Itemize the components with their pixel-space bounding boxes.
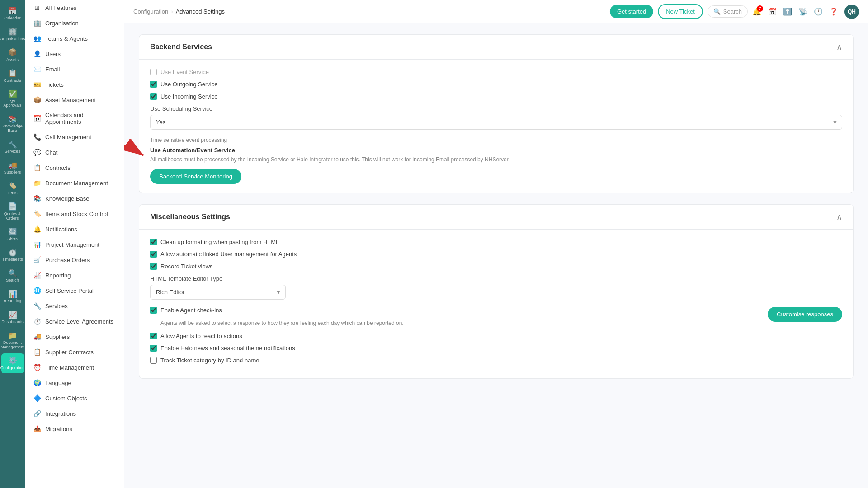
misc-settings-title: Miscellaneous Settings (150, 213, 230, 221)
nav-purchase-orders[interactable]: 🛒 Purchase Orders (25, 252, 124, 267)
nav-tickets[interactable]: 🎫 Tickets (25, 77, 124, 92)
track-category-checkbox[interactable] (150, 357, 157, 364)
sidebar-icon-knowledge[interactable]: 📚 Knowledge Base (1, 112, 24, 136)
reporting-nav-icon: 📈 (33, 272, 41, 279)
nav-label-self-service: Self Service Portal (45, 287, 94, 294)
scheduling-service-label: Use Scheduling Service (150, 105, 842, 112)
sidebar-icon-items[interactable]: 🏷️ Items (1, 178, 24, 198)
calendar-header-icon[interactable]: 📅 (768, 7, 777, 16)
misc-settings-toggle[interactable]: ∧ (836, 212, 842, 222)
sidebar-icon-label-shifts: Shifts (7, 237, 18, 242)
enable-checkins-checkbox[interactable] (150, 307, 157, 314)
sidebar-icon-services[interactable]: 🔧 Services (1, 137, 24, 157)
nav-document-management[interactable]: 📁 Document Management (25, 175, 124, 191)
nav-label-doc-mgmt: Document Management (45, 180, 108, 187)
nav-teams-agents[interactable]: 👥 Teams & Agents (25, 31, 124, 46)
search-box[interactable]: 🔍 Search (708, 5, 748, 18)
nav-users[interactable]: 👤 Users (25, 46, 124, 61)
sidebar-icon-quotes[interactable]: 📄 Quotes & Orders (1, 199, 24, 224)
nav-label-organisation: Organisation (45, 20, 79, 27)
sidebar-icon-timesheets[interactable]: ⏱️ Timesheets (1, 245, 24, 265)
sidebar-icon-search[interactable]: 🔍 Search (1, 266, 24, 286)
sidebar-icon-docmgmt[interactable]: 📁 Document Management (1, 328, 24, 352)
rss-icon[interactable]: 📡 (798, 7, 807, 16)
dashboards-icon: 📈 (8, 310, 17, 319)
breadcrumb-current: Advanced Settings (176, 8, 225, 15)
nav-email[interactable]: ✉️ Email (25, 61, 124, 77)
configuration-icon: ⚙️ (8, 356, 17, 365)
help-icon[interactable]: ❓ (829, 7, 838, 16)
nav-project-management[interactable]: 📊 Project Management (25, 237, 124, 252)
sidebar-icon-label-calendar: Calendar (4, 16, 21, 21)
new-ticket-button[interactable]: New Ticket (658, 4, 703, 19)
nav-suppliers[interactable]: 🚚 Suppliers (25, 329, 124, 344)
enable-news-checkbox[interactable] (150, 345, 157, 352)
nav-supplier-contracts[interactable]: 📋 Supplier Contracts (25, 344, 124, 360)
checkins-desc: Agents will be asked to select a respons… (160, 319, 768, 327)
content-area: Backend Services ∧ Use Event Service Use… (124, 23, 868, 488)
sidebar-icon-contracts[interactable]: 📋 Contracts (1, 66, 24, 86)
nav-reporting[interactable]: 📈 Reporting (25, 267, 124, 283)
nav-custom-objects[interactable]: 🔷 Custom Objects (25, 390, 124, 406)
allow-react-checkbox[interactable] (150, 333, 157, 339)
nav-call-management[interactable]: 📞 Call Management (25, 129, 124, 145)
sidebar-icon-configuration[interactable]: ⚙️ Configuration (1, 353, 24, 373)
nav-label-items: Items and Stock Control (45, 211, 108, 217)
nav-label-language: Language (45, 380, 71, 386)
customise-responses-button[interactable]: Customise responses (768, 307, 842, 322)
nav-label-kb: Knowledge Base (45, 195, 90, 202)
backend-services-toggle[interactable]: ∧ (836, 42, 842, 52)
header-icons: 🔔 7 📅 ⬆️ 📡 🕐 ❓ QH (752, 5, 859, 19)
clean-formatting-row: Clean up formatting when pasting from HT… (150, 239, 842, 245)
nav-all-features[interactable]: ⊞ All Features (25, 0, 124, 15)
clean-formatting-checkbox[interactable] (150, 239, 157, 245)
use-incoming-service-checkbox[interactable] (150, 93, 157, 100)
checkins-row-container: Enable Agent check-ins Agents will be as… (150, 307, 842, 333)
sidebar-icon-organisations[interactable]: 🏢 Organisations (1, 24, 24, 44)
automation-desc: All mailboxes must be processed by the I… (150, 155, 842, 164)
nav-calendars[interactable]: 📅 Calendars and Appointments (25, 108, 124, 129)
nav-services[interactable]: 🔧 Services (25, 298, 124, 314)
scheduling-select[interactable]: Yes No (150, 115, 842, 130)
sidebar-icon-calendar[interactable]: 📅 Calendar (1, 4, 24, 23)
nav-self-service[interactable]: 🌐 Self Service Portal (25, 283, 124, 298)
nav-chat[interactable]: 💬 Chat (25, 145, 124, 160)
sidebar-icon-suppliers[interactable]: 🚚 Suppliers (1, 158, 24, 178)
use-outgoing-service-checkbox[interactable] (150, 81, 157, 88)
sidebar-icon-shifts[interactable]: 🔄 Shifts (1, 225, 24, 244)
record-views-checkbox[interactable] (150, 263, 157, 270)
proj-mgmt-icon: 📊 (33, 241, 41, 248)
upload-icon[interactable]: ⬆️ (783, 7, 792, 16)
notification-badge: 7 (757, 5, 763, 12)
misc-settings-header: Miscellaneous Settings ∧ (139, 205, 853, 230)
auto-linked-checkbox[interactable] (150, 251, 157, 258)
sidebar-icon-dashboards[interactable]: 📈 Dashboards (1, 307, 24, 327)
nav-items-stock[interactable]: 🏷️ Items and Stock Control (25, 206, 124, 221)
self-service-icon: 🌐 (33, 287, 41, 294)
avatar[interactable]: QH (844, 5, 859, 19)
nav-migrations[interactable]: 📤 Migrations (25, 421, 124, 436)
header-actions: Get started New Ticket 🔍 Search 🔔 7 📅 ⬆️… (610, 4, 859, 19)
sidebar-icon-approvals[interactable]: ✅ My Approvals (1, 87, 24, 111)
sidebar-icon-reporting[interactable]: 📊 Reporting (1, 286, 24, 306)
use-event-service-checkbox[interactable] (150, 69, 157, 75)
assets-icon: 📦 (8, 48, 17, 57)
nav-time-management[interactable]: ⏰ Time Management (25, 360, 124, 375)
nav-sla[interactable]: ⏱️ Service Level Agreements (25, 314, 124, 329)
backend-monitoring-button[interactable]: Backend Service Monitoring (150, 169, 241, 184)
notification-bell[interactable]: 🔔 7 (752, 7, 761, 16)
nav-asset-management[interactable]: 📦 Asset Management (25, 92, 124, 108)
nav-knowledge-base[interactable]: 📚 Knowledge Base (25, 191, 124, 206)
sidebar-icon-assets[interactable]: 📦 Assets (1, 45, 24, 65)
nav-contracts[interactable]: 📋 Contracts (25, 160, 124, 175)
nav-label-sla: Service Level Agreements (45, 318, 113, 325)
nav-language[interactable]: 🌍 Language (25, 375, 124, 390)
clock-icon[interactable]: 🕐 (814, 7, 823, 16)
get-started-button[interactable]: Get started (610, 5, 653, 18)
nav-label-contracts: Contracts (45, 164, 71, 171)
integrations-icon: 🔗 (33, 410, 41, 417)
html-template-select[interactable]: Rich Editor Code Editor (150, 285, 286, 300)
nav-organisation[interactable]: 🏢 Organisation (25, 15, 124, 31)
nav-notifications[interactable]: 🔔 Notifications (25, 221, 124, 237)
nav-integrations[interactable]: 🔗 Integrations (25, 406, 124, 421)
